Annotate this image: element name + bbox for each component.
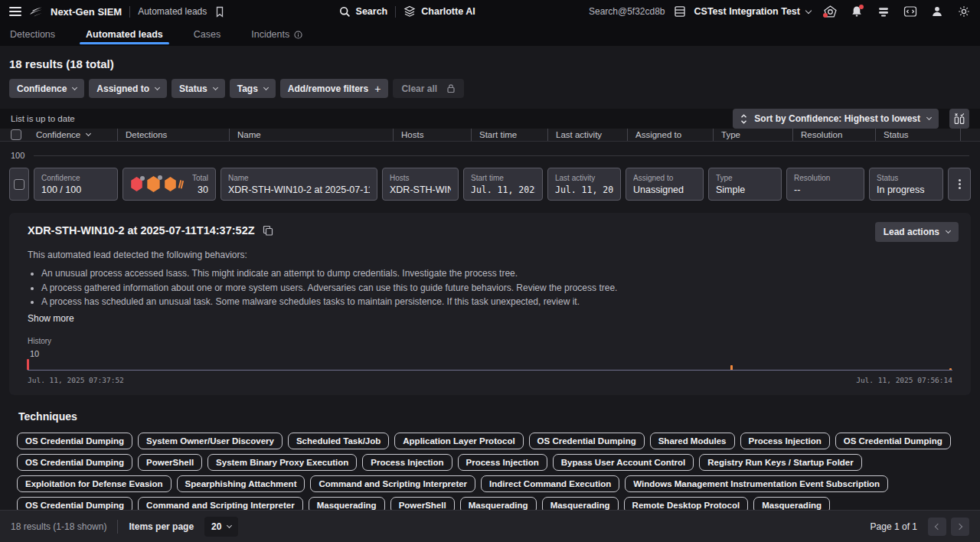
list-status-text: List is up to date xyxy=(11,114,75,123)
start-time-cell[interactable]: Start time Jul. 11, 2025… xyxy=(463,168,543,201)
technique-tag[interactable]: Exploitation for Defense Evasion xyxy=(17,475,172,492)
column-header[interactable]: Resolution xyxy=(792,129,875,141)
select-all-checkbox[interactable] xyxy=(11,129,21,140)
tab[interactable]: Incidents xyxy=(251,23,302,46)
behavior-item: An unusual process accessed lsass. This … xyxy=(41,266,952,281)
technique-tag[interactable]: Masquerading xyxy=(542,497,619,511)
resolution-cell[interactable]: Resolution -- xyxy=(786,168,864,201)
technique-tag[interactable]: OS Credential Dumping xyxy=(835,433,951,449)
technique-tag[interactable]: OS Credential Dumping xyxy=(529,433,645,449)
technique-tag[interactable]: Command and Scripting Interpreter xyxy=(310,475,475,492)
status-value: In progress xyxy=(877,184,936,195)
queue-icon[interactable] xyxy=(877,5,890,18)
technique-tag[interactable]: System Owner/User Discovery xyxy=(138,433,283,449)
column-header[interactable]: Status xyxy=(875,129,961,141)
clear-all-button[interactable]: Clear all xyxy=(401,83,437,94)
columns-icon xyxy=(953,113,965,125)
column-header[interactable]: Name xyxy=(229,129,393,141)
tab[interactable]: Automated leads xyxy=(86,23,163,46)
type-cell[interactable]: Type Simple xyxy=(708,168,782,201)
status-cell[interactable]: Status In progress xyxy=(869,168,943,201)
technique-tag[interactable]: OS Credential Dumping xyxy=(17,433,132,449)
lock-icon xyxy=(446,83,456,93)
technique-tag[interactable]: Process Injection xyxy=(458,454,547,471)
technique-tag[interactable]: Masquerading xyxy=(753,497,830,511)
confidence-cell[interactable]: Confidence 100 / 100 xyxy=(34,168,118,201)
row-checkbox[interactable] xyxy=(14,179,24,190)
show-more-link[interactable]: Show more xyxy=(28,313,74,324)
technique-tag[interactable]: Process Injection xyxy=(362,454,452,471)
technique-tag[interactable]: Shared Modules xyxy=(650,433,735,449)
sort-button[interactable]: Sort by Confidence: Highest to lowest xyxy=(733,109,939,129)
charlotte-ai-button[interactable]: Charlotte AI xyxy=(403,5,475,18)
history-plot[interactable] xyxy=(28,359,952,371)
column-header[interactable]: Hosts xyxy=(393,129,471,141)
history-end-timestamp: Jul. 11, 2025 07:56:14 xyxy=(856,376,952,384)
chevron-down-icon xyxy=(946,228,951,233)
technique-tag[interactable]: Process Injection xyxy=(740,433,830,449)
technique-tag[interactable]: Windows Management Instrumentation Event… xyxy=(625,475,888,492)
divider xyxy=(117,520,118,534)
column-header[interactable]: Assigned to xyxy=(627,129,713,141)
assigned-to-cell[interactable]: Assigned to Unassigned xyxy=(626,168,704,201)
history-start-timestamp: Jul. 11, 2025 07:37:52 xyxy=(28,376,124,384)
menu-icon[interactable] xyxy=(9,7,21,16)
user-icon[interactable] xyxy=(930,5,944,18)
tab[interactable]: Cases xyxy=(194,23,220,46)
technique-tag[interactable]: Masquerading xyxy=(309,497,385,511)
copy-icon[interactable] xyxy=(263,225,273,236)
filter-dropdown-button[interactable]: Confidence xyxy=(9,79,84,98)
column-header[interactable]: Start time xyxy=(471,129,547,141)
technique-tag[interactable]: System Binary Proxy Execution xyxy=(207,454,357,471)
lead-actions-button[interactable]: Lead actions xyxy=(875,222,959,242)
last-activity-cell[interactable]: Last activity Jul. 11, 2025… xyxy=(547,168,621,201)
next-page-button[interactable] xyxy=(951,518,969,536)
behaviors-intro: This automated lead detected the followi… xyxy=(28,250,952,260)
row-actions-button[interactable] xyxy=(948,168,971,201)
technique-tag[interactable]: Remote Desktop Protocol xyxy=(624,497,749,511)
falcon-shield-icon[interactable] xyxy=(823,5,837,18)
technique-tag[interactable]: OS Credential Dumping xyxy=(17,497,132,511)
hosts-cell[interactable]: Hosts XDR-STH-WIN1… xyxy=(382,168,459,201)
column-header[interactable]: Confidence xyxy=(33,129,117,141)
technique-tag[interactable]: Scheduled Task/Job xyxy=(288,433,389,449)
tab-label: Detections xyxy=(10,29,55,40)
technique-tag[interactable]: Application Layer Protocol xyxy=(394,433,523,449)
tab[interactable]: Detections xyxy=(10,23,55,46)
code-console-icon[interactable] xyxy=(903,5,917,18)
technique-tag[interactable]: OS Credential Dumping xyxy=(17,454,132,471)
sort-chevron-icon xyxy=(86,131,91,136)
tab-label: Incidents xyxy=(251,29,289,40)
bell-icon[interactable] xyxy=(850,5,864,18)
add-remove-filters-button[interactable]: Add/remove filters + xyxy=(280,79,389,98)
filter-dropdown-button[interactable]: Tags xyxy=(230,79,276,98)
technique-tag[interactable]: Bypass User Account Control xyxy=(553,454,694,471)
technique-tag[interactable]: Indirect Command Execution xyxy=(481,475,619,492)
environment-selector[interactable]: CSTest Integration Test xyxy=(694,6,811,17)
layers-icon xyxy=(403,5,416,18)
query-list-icon[interactable] xyxy=(673,5,687,18)
name-cell[interactable]: Name XDR-STH-WIN10-2 at 2025-07-11T14:… xyxy=(220,168,377,201)
filter-dropdown-button[interactable]: Assigned to xyxy=(89,79,167,98)
theme-sun-icon[interactable] xyxy=(957,5,971,18)
technique-tag[interactable]: Command and Scripting Interpreter xyxy=(138,497,303,511)
technique-tag[interactable]: Spearphishing Attachment xyxy=(177,475,305,492)
bookmark-icon[interactable] xyxy=(214,6,225,18)
detections-cell[interactable]: Total 30 xyxy=(122,168,216,201)
column-header[interactable]: Type xyxy=(713,129,792,141)
items-per-page-select[interactable]: 20 xyxy=(204,517,238,537)
chevron-down-icon xyxy=(263,84,269,90)
filter-dropdown-button[interactable]: Status xyxy=(172,79,225,98)
technique-tag[interactable]: Masquerading xyxy=(460,497,537,511)
previous-page-button[interactable] xyxy=(928,518,946,536)
technique-tag[interactable]: PowerShell xyxy=(390,497,455,511)
pagination-footer: 18 results (1-18 shown) Items per page 2… xyxy=(0,510,980,542)
technique-tag[interactable]: PowerShell xyxy=(138,454,202,471)
global-search-button[interactable]: Search xyxy=(339,6,388,18)
column-header[interactable]: Detections xyxy=(117,129,229,141)
history-y-tick: 10 xyxy=(30,349,952,358)
technique-tag[interactable]: Registry Run Keys / Startup Folder xyxy=(699,454,861,471)
column-settings-button[interactable] xyxy=(949,109,969,129)
column-header[interactable]: Last activity xyxy=(547,129,627,141)
lead-title: XDR-STH-WIN10-2 at 2025-07-11T14:37:52Z xyxy=(28,224,255,237)
